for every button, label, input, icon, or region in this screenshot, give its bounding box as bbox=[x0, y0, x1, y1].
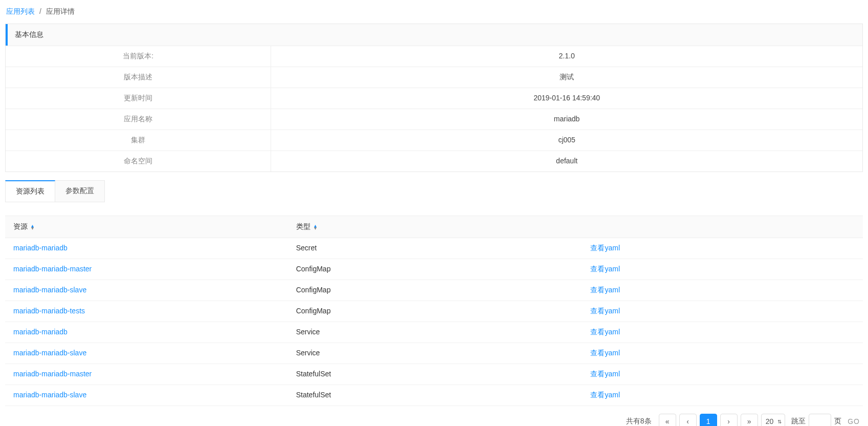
pagination-go-button[interactable]: GO bbox=[848, 417, 860, 425]
table-header-action bbox=[590, 222, 855, 231]
view-yaml-link[interactable]: 查看yaml bbox=[590, 286, 620, 294]
table-header-row: 资源 ▴▾ 类型 ▴▾ bbox=[5, 216, 863, 238]
resource-type: ConfigMap bbox=[296, 265, 591, 274]
info-value: cj005 bbox=[271, 130, 862, 151]
resource-link[interactable]: mariadb-mariadb-slave bbox=[13, 391, 86, 399]
table-row: mariadb-mariadb-slaveConfigMap查看yaml bbox=[5, 280, 863, 301]
view-yaml-link[interactable]: 查看yaml bbox=[590, 370, 620, 378]
view-yaml-link[interactable]: 查看yaml bbox=[590, 391, 620, 399]
breadcrumb-app-list-link[interactable]: 应用列表 bbox=[6, 7, 35, 15]
pagination-jump-label: 跳至 bbox=[791, 417, 806, 426]
table-row: mariadb-mariadb-slaveService查看yaml bbox=[5, 343, 863, 364]
info-label: 命名空间 bbox=[6, 151, 271, 172]
info-row: 更新时间2019-01-16 14:59:40 bbox=[6, 88, 862, 109]
view-yaml-link[interactable]: 查看yaml bbox=[590, 349, 620, 357]
sort-icon[interactable]: ▴▾ bbox=[314, 224, 317, 229]
page-size-value: 20 bbox=[766, 417, 774, 425]
resource-link[interactable]: mariadb-mariadb bbox=[13, 328, 68, 336]
info-row: 命名空间default bbox=[6, 151, 862, 172]
resource-link[interactable]: mariadb-mariadb-master bbox=[13, 370, 92, 378]
breadcrumb: 应用列表 / 应用详情 bbox=[5, 5, 863, 24]
resource-type: ConfigMap bbox=[296, 286, 591, 295]
resource-type: Service bbox=[296, 328, 591, 337]
resource-type: StatefulSet bbox=[296, 391, 591, 400]
table-header-resource[interactable]: 资源 ▴▾ bbox=[13, 222, 296, 231]
info-value: mariadb bbox=[271, 109, 862, 130]
view-yaml-link[interactable]: 查看yaml bbox=[590, 265, 620, 273]
basic-info-title: 基本信息 bbox=[6, 24, 862, 46]
tabs: 资源列表参数配置 bbox=[5, 180, 863, 202]
info-value: 2.1.0 bbox=[271, 46, 862, 67]
header-type-label: 类型 bbox=[296, 222, 310, 230]
tab-param-config[interactable]: 参数配置 bbox=[55, 180, 105, 202]
pagination: 共有8条 « ‹ 1 › » 20 跳至 页 GO bbox=[5, 406, 863, 426]
pagination-next-button[interactable]: › bbox=[720, 414, 738, 426]
pagination-prev-button[interactable]: ‹ bbox=[679, 414, 697, 426]
info-label: 当前版本: bbox=[6, 46, 271, 67]
table-row: mariadb-mariadb-masterConfigMap查看yaml bbox=[5, 259, 863, 280]
info-label: 集群 bbox=[6, 130, 271, 151]
header-resource-label: 资源 bbox=[13, 222, 28, 230]
pagination-last-button[interactable]: » bbox=[741, 414, 758, 426]
table-row: mariadb-mariadb-testsConfigMap查看yaml bbox=[5, 301, 863, 322]
basic-info-panel: 基本信息 当前版本:2.1.0版本描述测试更新时间2019-01-16 14:5… bbox=[5, 24, 863, 172]
info-row: 集群cj005 bbox=[6, 130, 862, 151]
view-yaml-link[interactable]: 查看yaml bbox=[590, 328, 620, 336]
breadcrumb-current: 应用详情 bbox=[46, 7, 75, 15]
resource-type: Secret bbox=[296, 244, 591, 253]
info-value: default bbox=[271, 151, 862, 172]
resource-link[interactable]: mariadb-mariadb-master bbox=[13, 265, 92, 273]
resource-type: StatefulSet bbox=[296, 370, 591, 379]
info-label: 版本描述 bbox=[6, 67, 271, 88]
resource-link[interactable]: mariadb-mariadb bbox=[13, 244, 68, 252]
pagination-total: 共有8条 bbox=[626, 417, 652, 426]
view-yaml-link[interactable]: 查看yaml bbox=[590, 307, 620, 315]
table-row: mariadb-mariadb-slaveStatefulSet查看yaml bbox=[5, 385, 863, 406]
info-row: 当前版本:2.1.0 bbox=[6, 46, 862, 67]
pagination-first-button[interactable]: « bbox=[659, 414, 676, 426]
resource-link[interactable]: mariadb-mariadb-tests bbox=[13, 307, 85, 315]
table-row: mariadb-mariadbSecret查看yaml bbox=[5, 238, 863, 259]
info-value: 2019-01-16 14:59:40 bbox=[271, 88, 862, 109]
tab-resource-list[interactable]: 资源列表 bbox=[5, 180, 55, 202]
pagination-page-suffix: 页 bbox=[834, 417, 841, 426]
resource-link[interactable]: mariadb-mariadb-slave bbox=[13, 349, 86, 357]
sort-icon[interactable]: ▴▾ bbox=[31, 224, 34, 229]
info-row: 应用名称mariadb bbox=[6, 109, 862, 130]
info-label: 应用名称 bbox=[6, 109, 271, 130]
resource-type: Service bbox=[296, 349, 591, 358]
view-yaml-link[interactable]: 查看yaml bbox=[590, 244, 620, 252]
resource-type: ConfigMap bbox=[296, 307, 591, 316]
info-label: 更新时间 bbox=[6, 88, 271, 109]
resource-table: 资源 ▴▾ 类型 ▴▾ mariadb-mariadbSecret查看yamlm… bbox=[5, 216, 863, 406]
table-row: mariadb-mariadb-masterStatefulSet查看yaml bbox=[5, 364, 863, 385]
info-row: 版本描述测试 bbox=[6, 67, 862, 88]
pagination-jump-input[interactable] bbox=[809, 414, 831, 426]
info-value: 测试 bbox=[271, 67, 862, 88]
pagination-page-size-select[interactable]: 20 bbox=[761, 414, 786, 426]
table-header-type[interactable]: 类型 ▴▾ bbox=[296, 222, 591, 231]
pagination-page-1-button[interactable]: 1 bbox=[700, 414, 717, 426]
table-row: mariadb-mariadbService查看yaml bbox=[5, 322, 863, 343]
resource-link[interactable]: mariadb-mariadb-slave bbox=[13, 286, 86, 294]
breadcrumb-separator: / bbox=[39, 7, 41, 15]
